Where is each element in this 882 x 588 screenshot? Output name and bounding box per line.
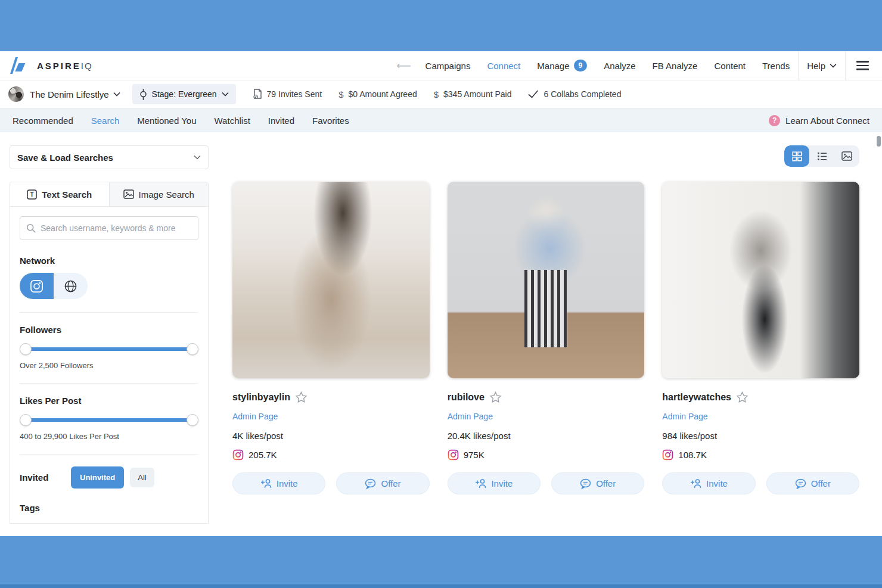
followers-range-value: Over 2,500 Followers — [20, 361, 198, 370]
nav-item-connect[interactable]: Connect — [479, 61, 529, 71]
stat-label: 79 Invites Sent — [267, 89, 322, 99]
svg-text:T: T — [30, 191, 34, 198]
list-view-icon — [817, 152, 827, 161]
invite-person-icon — [475, 478, 486, 489]
search-filters-panel: T Text Search Image Search — [10, 182, 209, 524]
instagram-icon — [448, 449, 459, 461]
tab-favorites[interactable]: Favorites — [312, 116, 349, 126]
nav-item-content[interactable]: Content — [706, 61, 754, 71]
nav-item-analyze[interactable]: Analyze — [595, 61, 644, 71]
invite-button[interactable]: Invite — [232, 472, 325, 494]
offer-chat-icon — [580, 478, 591, 489]
influencer-username[interactable]: hartleywatches — [662, 392, 731, 403]
favorite-star-icon[interactable] — [736, 391, 749, 403]
stat-amount-agreed: $ $0 Amount Agreed — [338, 89, 417, 99]
all-networks-button[interactable] — [54, 273, 88, 299]
stage-selector[interactable]: Stage: Evergreen — [132, 84, 236, 104]
likes-slider-min-handle[interactable] — [20, 414, 32, 426]
help-menu[interactable]: Help — [799, 61, 845, 71]
influencer-photo[interactable] — [448, 182, 645, 378]
grid-view-icon — [792, 151, 802, 161]
hamburger-menu-icon[interactable] — [846, 61, 872, 70]
chevron-down-icon — [194, 155, 201, 160]
stat-label: $345 Amount Paid — [443, 89, 511, 99]
influencer-username[interactable]: stylinbyaylin — [232, 392, 290, 403]
campaign-name[interactable]: The Denim Lifestlye — [30, 89, 109, 99]
divider — [20, 312, 198, 313]
admin-page-link[interactable]: Admin Page — [662, 412, 859, 421]
check-icon — [528, 90, 539, 98]
nav-item-trends[interactable]: Trends — [754, 61, 798, 71]
influencer-username[interactable]: rubilove — [448, 392, 485, 403]
grid-view-button[interactable] — [784, 145, 809, 167]
results-area: stylinbyaylin Admin Page 4K likes/post — [232, 145, 859, 494]
campaign-bar: The Denim Lifestlye Stage: Evergreen — [0, 80, 882, 108]
search-mode-tabs: T Text Search Image Search — [10, 182, 208, 207]
tab-text-search[interactable]: T Text Search — [10, 182, 109, 206]
image-search-label: Image Search — [139, 189, 194, 200]
tab-image-search[interactable]: Image Search — [109, 182, 209, 207]
chevron-down-icon — [222, 92, 229, 97]
save-load-searches[interactable]: Save & Load Searches — [10, 145, 209, 169]
likes-per-post-value: 4K likes/post — [232, 431, 430, 441]
influencer-photo[interactable] — [232, 182, 430, 378]
uninvited-option-button[interactable]: Uninvited — [71, 466, 124, 489]
collapse-arrow-icon[interactable]: ⟵ — [396, 60, 411, 72]
chevron-down-icon — [830, 63, 837, 68]
admin-page-link[interactable]: Admin Page — [232, 412, 430, 421]
learn-about-connect[interactable]: ? Learn About Connect — [769, 115, 869, 126]
campaign-avatar[interactable] — [8, 86, 24, 102]
likes-slider-track — [25, 418, 193, 422]
likes-slider-max-handle[interactable] — [187, 414, 198, 426]
follower-count: 108.7K — [678, 450, 707, 460]
followers-slider-min-handle[interactable] — [20, 343, 32, 355]
follower-count: 205.7K — [249, 450, 277, 460]
influencer-card: rubilove Admin Page 20.4K likes/post — [448, 182, 645, 494]
likes-per-post-value: 984 likes/post — [662, 431, 859, 441]
tab-invited[interactable]: Invited — [268, 116, 294, 126]
offer-button[interactable]: Offer — [336, 472, 429, 494]
likes-per-post-label: Likes Per Post — [20, 396, 198, 406]
favorite-star-icon[interactable] — [489, 391, 502, 403]
tab-recommended[interactable]: Recommended — [13, 116, 73, 126]
all-option-button[interactable]: All — [130, 468, 154, 487]
aspireiq-logo-icon — [10, 56, 30, 75]
image-view-icon — [841, 151, 852, 161]
image-view-button[interactable] — [834, 145, 859, 167]
influencer-card: hartleywatches Admin Page 984 likes/post — [662, 182, 859, 494]
screen: ASPIREIQ ⟵ Campaigns Connect Manage 9 An… — [0, 0, 882, 588]
admin-page-link[interactable]: Admin Page — [448, 412, 645, 421]
stat-amount-paid: $ $345 Amount Paid — [434, 89, 512, 99]
offer-button[interactable]: Offer — [766, 472, 859, 494]
offer-button[interactable]: Offer — [551, 472, 644, 494]
instagram-network-button[interactable] — [20, 273, 54, 299]
network-label: Network — [20, 256, 198, 266]
content-area: Save & Load Searches T Text Search — [0, 132, 882, 536]
invite-label: Invite — [706, 478, 728, 489]
tab-watchlist[interactable]: Watchlist — [215, 116, 250, 126]
tab-search[interactable]: Search — [91, 116, 120, 126]
favorite-star-icon[interactable] — [295, 391, 308, 403]
influencer-photo[interactable] — [662, 182, 859, 378]
followers-slider-max-handle[interactable] — [187, 343, 198, 355]
tags-label: Tags — [20, 503, 198, 513]
tab-mentioned-you[interactable]: Mentioned You — [137, 116, 196, 126]
invite-button[interactable]: Invite — [662, 472, 755, 494]
influencer-card: stylinbyaylin Admin Page 4K likes/post — [232, 182, 430, 494]
search-input[interactable] — [41, 223, 192, 233]
invite-label: Invite — [491, 478, 513, 489]
chevron-down-icon[interactable] — [113, 92, 120, 97]
vertical-scrollbar[interactable] — [877, 136, 881, 147]
nav-item-manage[interactable]: Manage 9 — [529, 60, 595, 71]
manage-count-badge: 9 — [574, 60, 588, 71]
nav-item-fb-analyze[interactable]: FB Analyze — [644, 61, 706, 71]
brand-primary: ASPIRE — [37, 61, 81, 71]
invite-button[interactable]: Invite — [448, 472, 541, 494]
likes-range-value: 400 to 29,900 Likes Per Post — [20, 432, 198, 441]
list-view-button[interactable] — [809, 145, 834, 167]
nav-item-campaigns[interactable]: Campaigns — [417, 61, 479, 71]
instagram-icon — [232, 449, 244, 461]
brand-name: ASPIREIQ — [37, 61, 93, 71]
stat-invites-sent: 79 Invites Sent — [253, 89, 322, 99]
stat-label: $0 Amount Agreed — [349, 89, 417, 99]
